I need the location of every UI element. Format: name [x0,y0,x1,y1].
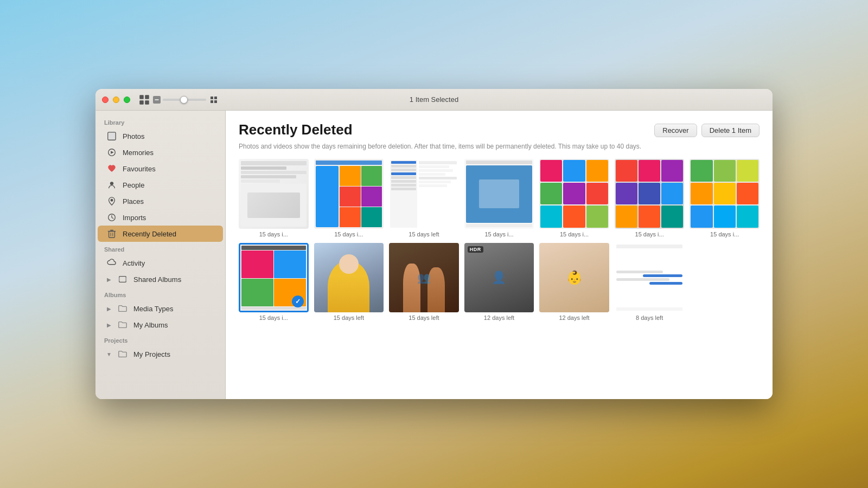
my-albums-folder-icon [117,319,128,330]
main-content: Library Photos [95,111,773,399]
svg-rect-3 [145,100,149,105]
selection-checkmark: ✓ [292,296,304,307]
photo-item[interactable]: 15 days left [389,159,459,237]
subtitle: Photos and videos show the days remainin… [239,143,760,150]
photo-item[interactable]: 15 days left [314,243,384,322]
sidebar-item-photos[interactable]: Photos [98,128,223,144]
places-icon [106,196,117,207]
app-window: 1 Item Selected Library Photos [95,89,773,399]
traffic-lights [102,97,130,103]
svg-rect-6 [214,97,217,99]
sidebar-toggle-icon[interactable] [139,94,150,105]
heart-icon [106,163,117,174]
projects-section-label: Projects [95,333,225,346]
photo-item[interactable]: 8 days left [615,243,685,322]
photo-thumb: 👶 [539,243,609,313]
chevron-right-icon3: ▶ [106,322,112,328]
imports-label: Imports [123,214,214,222]
photo-label: 15 days left [389,231,459,237]
sidebar-item-favourites[interactable]: Favourites [98,160,223,177]
photo-thumb: 👥 [389,243,459,313]
photo-grid: 15 days i... [239,159,760,321]
photo-item[interactable]: 15 days i... [239,159,309,237]
cloud-icon [106,258,117,268]
sidebar-item-imports[interactable]: Imports [98,209,223,226]
photo-thumb [239,159,309,229]
sidebar-item-my-projects[interactable]: ▼ My Projects [98,346,223,362]
chevron-right-icon2: ▶ [106,306,112,311]
svg-rect-7 [210,100,213,103]
photos-label: Photos [123,132,214,140]
my-albums-label: My Albums [133,321,214,329]
svg-point-13 [110,182,113,185]
favourites-label: Favourites [123,165,214,173]
title-bar: 1 Item Selected [95,89,773,111]
sidebar: Library Photos [95,111,226,399]
chevron-right-icon: ▶ [106,277,112,282]
window-title: 1 Item Selected [410,95,458,104]
sidebar-item-memories[interactable]: Memories [98,144,223,160]
sidebar-item-recently-deleted[interactable]: Recently Deleted [98,226,223,242]
maximize-button[interactable] [124,97,130,103]
svg-point-14 [111,199,113,201]
albums-section-label: Albums [95,287,225,300]
people-label: People [123,181,214,189]
minimize-button[interactable] [113,97,119,103]
photo-thumb [314,159,384,229]
photo-thumb [615,243,685,313]
shared-albums-label: Shared Albums [133,275,214,284]
close-button[interactable] [102,97,108,103]
photo-thumb [690,159,760,229]
photo-item[interactable]: 15 days i... [314,159,384,237]
activity-label: Activity [123,259,214,267]
photo-item[interactable]: 👥 15 days left [389,243,459,322]
photo-label: 12 days left [539,314,609,321]
sidebar-item-my-albums[interactable]: ▶ My Albums [98,317,223,333]
photo-item-selected[interactable]: ✓ 15 days i... [239,243,309,322]
svg-rect-22 [126,277,127,281]
recently-deleted-label: Recently Deleted [123,230,214,238]
photo-item[interactable]: 15 days i... [690,159,760,237]
photo-label: 15 days i... [239,231,309,237]
folder-icon [117,303,128,314]
photo-item[interactable]: 15 days i... [539,159,609,237]
photo-item[interactable]: 15 days i... [615,159,685,237]
sidebar-item-places[interactable]: Places [98,193,223,209]
clock-icon [106,212,117,223]
photo-item[interactable]: 👤 HDR 12 days left [464,243,534,322]
svg-rect-1 [145,95,149,99]
delete-button[interactable]: Delete 1 Item [701,124,760,137]
photo-area: Recently Deleted Recover Delete 1 Item P… [226,111,773,399]
photo-thumb: 👤 HDR [464,243,534,313]
recover-button[interactable]: Recover [654,124,697,137]
chevron-down-icon: ▼ [106,351,112,357]
photo-label: 12 days left [464,314,534,321]
zoom-slider[interactable] [153,94,219,105]
sidebar-item-media-types[interactable]: ▶ Media Types [98,300,223,317]
header-actions: Recover Delete 1 Item [654,121,760,137]
photo-label: 15 days i... [314,231,384,237]
photo-item[interactable]: 👶 12 days left [539,243,609,322]
shared-albums-icon [117,274,128,285]
photo-label: 15 days i... [615,231,685,237]
photo-label: 8 days left [615,314,685,321]
sidebar-item-people[interactable]: People [98,177,223,193]
trash-icon [106,228,117,239]
photo-label: 15 days i... [239,314,309,321]
svg-marker-12 [111,151,113,153]
svg-rect-10 [109,133,115,139]
svg-rect-4 [155,99,158,100]
people-icon [106,179,117,190]
sidebar-item-activity[interactable]: Activity [98,255,223,271]
photo-label: 15 days i... [690,231,760,237]
sidebar-item-shared-albums[interactable]: ▶ Shared Albums [98,271,223,287]
photo-area-header: Recently Deleted Recover Delete 1 Item [239,121,760,138]
photo-item[interactable]: 15 days i... [464,159,534,237]
photo-thumb [615,159,685,229]
toolbar-controls [139,94,219,105]
photo-thumb [314,243,384,313]
zoom-out-icon [153,96,161,104]
svg-rect-21 [118,277,119,281]
svg-rect-2 [139,100,144,105]
my-projects-label: My Projects [133,350,214,358]
